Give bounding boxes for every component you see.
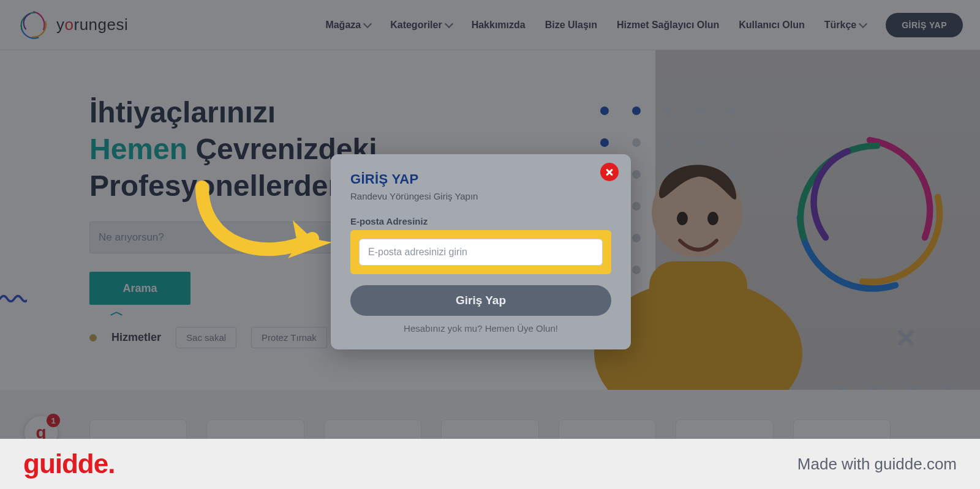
email-input[interactable] (359, 239, 603, 266)
annotation-highlight (350, 230, 611, 274)
guidde-wordmark: guidde. (23, 449, 115, 479)
made-with-text: Made with guidde.com (797, 455, 957, 474)
modal-subtitle: Randevu Yörüngesi Giriş Yapın (350, 191, 611, 201)
modal-signup-link[interactable]: Hesabınız yok mu? Hemen Üye Olun! (350, 323, 611, 334)
email-field-label: E-posta Adresiniz (350, 216, 611, 226)
modal-submit-button[interactable]: Giriş Yap (350, 285, 611, 316)
footer-strip: guidde. Made with guidde.com (0, 439, 980, 489)
login-modal: GİRİŞ YAP Randevu Yörüngesi Giriş Yapın … (331, 154, 631, 349)
modal-close-button[interactable] (600, 163, 619, 181)
modal-title: GİRİŞ YAP (350, 171, 611, 187)
